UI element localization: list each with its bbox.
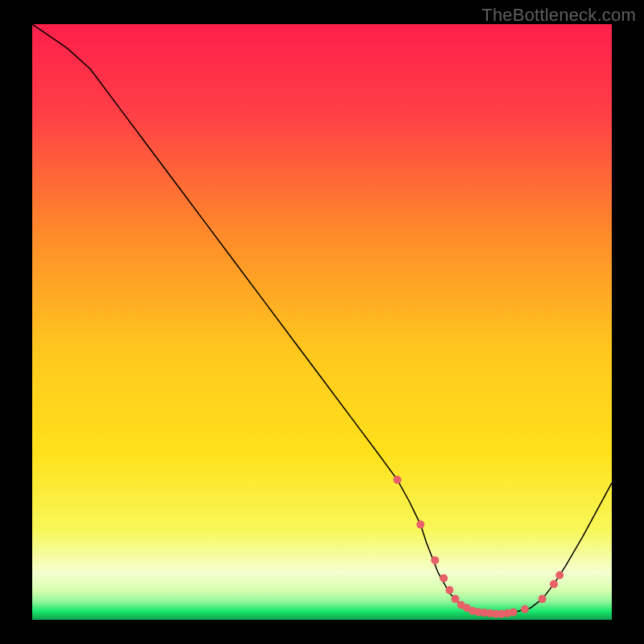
marker-dot xyxy=(440,574,448,582)
gradient-background xyxy=(32,24,612,620)
plot-area xyxy=(32,24,612,620)
marker-dot xyxy=(510,608,518,616)
marker-dot xyxy=(555,572,564,580)
watermark-text: TheBottleneck.com xyxy=(481,5,636,26)
marker-dot xyxy=(521,605,529,613)
marker-dot xyxy=(550,580,558,588)
marker-dot xyxy=(394,476,402,484)
marker-dot xyxy=(452,595,460,603)
marker-dot xyxy=(416,521,424,529)
chart-frame: TheBottleneck.com xyxy=(0,0,644,644)
chart-svg xyxy=(32,24,612,620)
marker-dot xyxy=(431,556,439,564)
marker-dot xyxy=(445,586,453,594)
marker-dot xyxy=(539,595,547,603)
